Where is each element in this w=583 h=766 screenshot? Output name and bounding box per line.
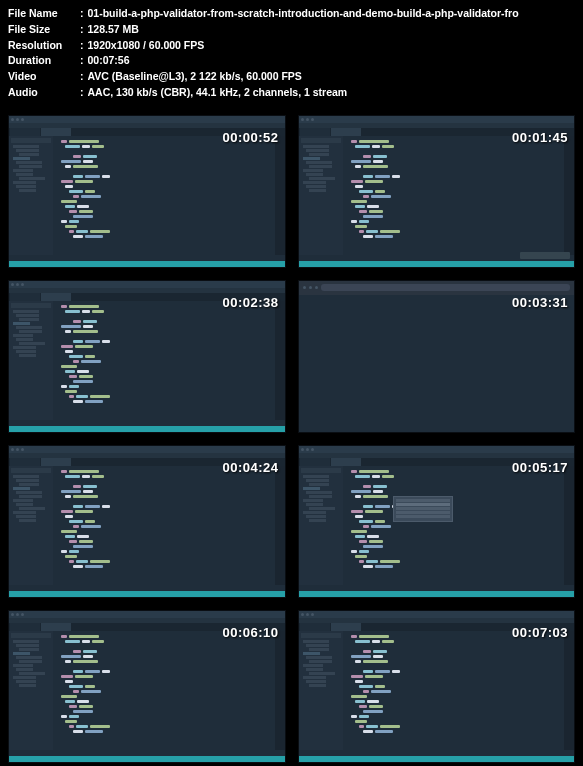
window-titlebar [299,611,575,618]
minimap [275,466,285,585]
metadata-row-audio: Audio : AAC, 130 kb/s (CBR), 44.1 kHz, 2… [8,85,575,101]
metadata-label: File Size [8,22,76,38]
window-titlebar [299,116,575,123]
status-bar [299,261,575,267]
metadata-row-filesize: File Size : 128.57 MB [8,22,575,38]
metadata-row-filename: File Name : 01-build-a-php-validator-fro… [8,6,575,22]
metadata-label: Video [8,69,76,85]
timestamp-overlay: 00:06:10 [222,625,278,640]
timestamp-overlay: 00:02:38 [222,295,278,310]
address-bar [321,284,571,291]
code-editor [343,466,565,585]
window-titlebar [9,116,285,123]
thumbnail-grid: 00:00:5200:01:4500:02:3800:03:3100:04:24… [0,107,583,767]
timestamp-overlay: 00:04:24 [222,460,278,475]
metadata-row-duration: Duration : 00:07:56 [8,53,575,69]
action-button [520,252,570,259]
metadata-label: Duration [8,53,76,69]
minimap [275,136,285,255]
file-explorer [9,631,53,750]
code-editor [53,136,275,255]
file-explorer [299,136,343,255]
status-bar [9,426,285,432]
window-titlebar [299,446,575,453]
file-explorer [299,466,343,585]
metadata-separator: : [76,69,88,85]
minimap [275,631,285,750]
video-thumbnail[interactable]: 00:02:38 [8,280,286,433]
video-thumbnail[interactable]: 00:05:17 [298,445,576,598]
video-thumbnail[interactable]: 00:04:24 [8,445,286,598]
timestamp-overlay: 00:03:31 [512,295,568,310]
autocomplete-popup [393,496,453,522]
status-bar [299,756,575,762]
metadata-separator: : [76,6,88,22]
metadata-label: Audio [8,85,76,101]
code-editor [53,301,275,420]
file-explorer [9,301,53,420]
status-bar [9,591,285,597]
video-thumbnail[interactable]: 00:06:10 [8,610,286,763]
window-titlebar [9,611,285,618]
metadata-label: Resolution [8,38,76,54]
metadata-row-resolution: Resolution : 1920x1080 / 60.000 FPS [8,38,575,54]
file-explorer [9,466,53,585]
video-thumbnail[interactable]: 00:01:45 [298,115,576,268]
metadata-row-video: Video : AVC (Baseline@L3), 2 122 kb/s, 6… [8,69,575,85]
metadata-separator: : [76,38,88,54]
minimap [275,301,285,420]
metadata-label: File Name [8,6,76,22]
metadata-value: AAC, 130 kb/s (CBR), 44.1 kHz, 2 channel… [88,85,348,101]
status-bar [9,756,285,762]
status-bar [9,261,285,267]
code-editor [53,466,275,585]
metadata-separator: : [76,85,88,101]
metadata-separator: : [76,53,88,69]
video-thumbnail[interactable]: 00:00:52 [8,115,286,268]
video-thumbnail[interactable]: 00:07:03 [298,610,576,763]
code-editor [343,631,565,750]
status-bar [299,591,575,597]
minimap [564,136,574,255]
timestamp-overlay: 00:01:45 [512,130,568,145]
metadata-value: 01-build-a-php-validator-from-scratch-in… [88,6,519,22]
code-editor [53,631,275,750]
metadata-value: 00:07:56 [88,53,130,69]
metadata-value: AVC (Baseline@L3), 2 122 kb/s, 60.000 FP… [88,69,302,85]
minimap [564,466,574,585]
timestamp-overlay: 00:07:03 [512,625,568,640]
window-titlebar [9,446,285,453]
browser-chrome [299,281,575,295]
video-thumbnail[interactable]: 00:03:31 [298,280,576,433]
video-metadata-panel: File Name : 01-build-a-php-validator-fro… [0,0,583,107]
window-titlebar [9,281,285,288]
minimap [564,631,574,750]
code-editor [343,136,565,255]
timestamp-overlay: 00:00:52 [222,130,278,145]
metadata-value: 128.57 MB [88,22,139,38]
file-explorer [9,136,53,255]
metadata-value: 1920x1080 / 60.000 FPS [88,38,205,54]
file-explorer [299,631,343,750]
metadata-separator: : [76,22,88,38]
timestamp-overlay: 00:05:17 [512,460,568,475]
